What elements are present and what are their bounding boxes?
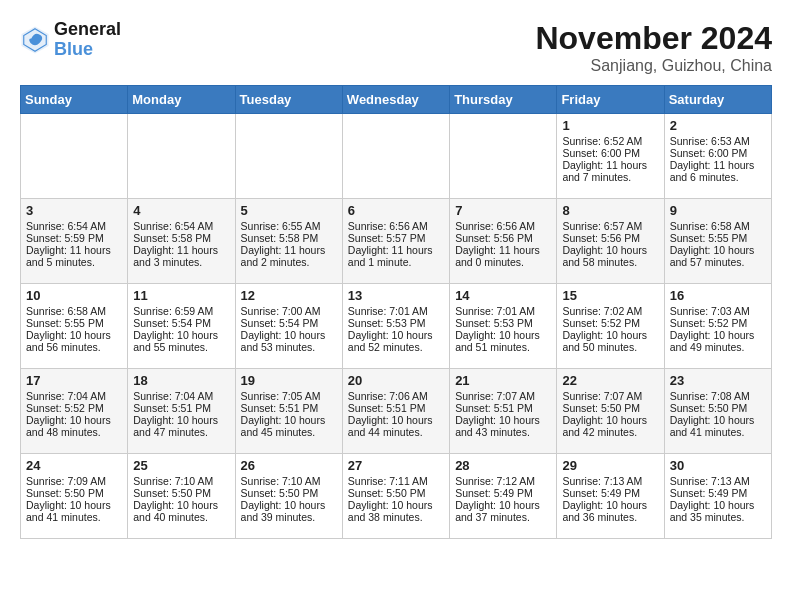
day-number: 15 — [562, 288, 658, 303]
weekday-header-row: SundayMondayTuesdayWednesdayThursdayFrid… — [21, 86, 772, 114]
calendar-cell: 10Sunrise: 6:58 AMSunset: 5:55 PMDayligh… — [21, 284, 128, 369]
day-number: 7 — [455, 203, 551, 218]
day-info: Daylight: 10 hours and 39 minutes. — [241, 499, 337, 523]
day-info: Sunrise: 6:55 AM — [241, 220, 337, 232]
day-info: Sunset: 5:49 PM — [670, 487, 766, 499]
day-info: Sunrise: 7:06 AM — [348, 390, 444, 402]
day-info: Sunrise: 7:07 AM — [562, 390, 658, 402]
day-info: Daylight: 11 hours and 5 minutes. — [26, 244, 122, 268]
day-info: Daylight: 11 hours and 2 minutes. — [241, 244, 337, 268]
day-info: Sunset: 5:49 PM — [562, 487, 658, 499]
day-info: Daylight: 10 hours and 42 minutes. — [562, 414, 658, 438]
weekday-header-cell: Wednesday — [342, 86, 449, 114]
day-info: Sunrise: 7:05 AM — [241, 390, 337, 402]
calendar-cell: 24Sunrise: 7:09 AMSunset: 5:50 PMDayligh… — [21, 454, 128, 539]
day-info: Sunrise: 7:13 AM — [670, 475, 766, 487]
day-info: Sunrise: 7:01 AM — [455, 305, 551, 317]
day-info: Daylight: 10 hours and 47 minutes. — [133, 414, 229, 438]
day-info: Sunrise: 7:13 AM — [562, 475, 658, 487]
calendar-cell: 30Sunrise: 7:13 AMSunset: 5:49 PMDayligh… — [664, 454, 771, 539]
day-info: Sunset: 5:56 PM — [455, 232, 551, 244]
day-info: Sunrise: 6:58 AM — [26, 305, 122, 317]
title-block: November 2024 Sanjiang, Guizhou, China — [535, 20, 772, 75]
day-info: Daylight: 10 hours and 49 minutes. — [670, 329, 766, 353]
weekday-header-cell: Tuesday — [235, 86, 342, 114]
day-number: 5 — [241, 203, 337, 218]
day-number: 4 — [133, 203, 229, 218]
calendar-cell: 3Sunrise: 6:54 AMSunset: 5:59 PMDaylight… — [21, 199, 128, 284]
day-info: Sunset: 5:57 PM — [348, 232, 444, 244]
day-info: Daylight: 10 hours and 56 minutes. — [26, 329, 122, 353]
day-info: Sunset: 5:51 PM — [241, 402, 337, 414]
weekday-header-cell: Friday — [557, 86, 664, 114]
month-title: November 2024 — [535, 20, 772, 57]
day-info: Sunrise: 7:00 AM — [241, 305, 337, 317]
day-info: Sunrise: 6:57 AM — [562, 220, 658, 232]
day-info: Daylight: 10 hours and 41 minutes. — [670, 414, 766, 438]
calendar-body: 1Sunrise: 6:52 AMSunset: 6:00 PMDaylight… — [21, 114, 772, 539]
calendar-cell: 19Sunrise: 7:05 AMSunset: 5:51 PMDayligh… — [235, 369, 342, 454]
calendar-cell: 7Sunrise: 6:56 AMSunset: 5:56 PMDaylight… — [450, 199, 557, 284]
location: Sanjiang, Guizhou, China — [535, 57, 772, 75]
day-info: Sunrise: 7:08 AM — [670, 390, 766, 402]
day-number: 29 — [562, 458, 658, 473]
day-info: Sunrise: 7:01 AM — [348, 305, 444, 317]
calendar-cell: 18Sunrise: 7:04 AMSunset: 5:51 PMDayligh… — [128, 369, 235, 454]
calendar-cell — [128, 114, 235, 199]
calendar-week-row: 24Sunrise: 7:09 AMSunset: 5:50 PMDayligh… — [21, 454, 772, 539]
day-number: 27 — [348, 458, 444, 473]
day-number: 10 — [26, 288, 122, 303]
page-header: General Blue November 2024 Sanjiang, Gui… — [20, 20, 772, 75]
day-info: Sunset: 5:58 PM — [241, 232, 337, 244]
weekday-header-cell: Thursday — [450, 86, 557, 114]
calendar-cell: 1Sunrise: 6:52 AMSunset: 6:00 PMDaylight… — [557, 114, 664, 199]
day-info: Sunrise: 6:59 AM — [133, 305, 229, 317]
day-info: Daylight: 10 hours and 51 minutes. — [455, 329, 551, 353]
day-info: Sunset: 5:51 PM — [455, 402, 551, 414]
day-info: Sunset: 5:55 PM — [26, 317, 122, 329]
day-info: Daylight: 10 hours and 41 minutes. — [26, 499, 122, 523]
calendar-week-row: 10Sunrise: 6:58 AMSunset: 5:55 PMDayligh… — [21, 284, 772, 369]
day-info: Daylight: 10 hours and 58 minutes. — [562, 244, 658, 268]
day-info: Sunset: 5:52 PM — [562, 317, 658, 329]
calendar-cell: 25Sunrise: 7:10 AMSunset: 5:50 PMDayligh… — [128, 454, 235, 539]
calendar-cell: 15Sunrise: 7:02 AMSunset: 5:52 PMDayligh… — [557, 284, 664, 369]
day-info: Sunset: 5:50 PM — [133, 487, 229, 499]
day-info: Sunrise: 6:58 AM — [670, 220, 766, 232]
calendar-cell — [450, 114, 557, 199]
day-number: 23 — [670, 373, 766, 388]
logo: General Blue — [20, 20, 121, 60]
day-info: Sunset: 5:50 PM — [26, 487, 122, 499]
day-info: Daylight: 10 hours and 53 minutes. — [241, 329, 337, 353]
day-number: 1 — [562, 118, 658, 133]
day-info: Sunrise: 7:11 AM — [348, 475, 444, 487]
day-info: Sunset: 5:49 PM — [455, 487, 551, 499]
day-number: 6 — [348, 203, 444, 218]
calendar-cell: 27Sunrise: 7:11 AMSunset: 5:50 PMDayligh… — [342, 454, 449, 539]
day-info: Sunrise: 6:56 AM — [455, 220, 551, 232]
day-info: Daylight: 10 hours and 44 minutes. — [348, 414, 444, 438]
day-info: Sunrise: 7:10 AM — [241, 475, 337, 487]
day-info: Sunset: 5:53 PM — [348, 317, 444, 329]
day-info: Daylight: 10 hours and 52 minutes. — [348, 329, 444, 353]
calendar-cell: 22Sunrise: 7:07 AMSunset: 5:50 PMDayligh… — [557, 369, 664, 454]
calendar-cell: 6Sunrise: 6:56 AMSunset: 5:57 PMDaylight… — [342, 199, 449, 284]
day-info: Sunrise: 7:02 AM — [562, 305, 658, 317]
calendar-cell: 17Sunrise: 7:04 AMSunset: 5:52 PMDayligh… — [21, 369, 128, 454]
day-info: Sunrise: 7:12 AM — [455, 475, 551, 487]
day-number: 30 — [670, 458, 766, 473]
calendar-week-row: 3Sunrise: 6:54 AMSunset: 5:59 PMDaylight… — [21, 199, 772, 284]
day-info: Sunrise: 7:04 AM — [26, 390, 122, 402]
day-info: Daylight: 10 hours and 57 minutes. — [670, 244, 766, 268]
day-info: Sunset: 5:50 PM — [670, 402, 766, 414]
day-info: Daylight: 10 hours and 38 minutes. — [348, 499, 444, 523]
day-info: Daylight: 10 hours and 37 minutes. — [455, 499, 551, 523]
day-info: Sunset: 5:52 PM — [26, 402, 122, 414]
logo-text: General Blue — [54, 20, 121, 60]
calendar-cell: 9Sunrise: 6:58 AMSunset: 5:55 PMDaylight… — [664, 199, 771, 284]
day-info: Sunrise: 7:09 AM — [26, 475, 122, 487]
day-number: 24 — [26, 458, 122, 473]
calendar-table: SundayMondayTuesdayWednesdayThursdayFrid… — [20, 85, 772, 539]
day-info: Sunset: 5:50 PM — [348, 487, 444, 499]
day-info: Sunset: 5:51 PM — [348, 402, 444, 414]
